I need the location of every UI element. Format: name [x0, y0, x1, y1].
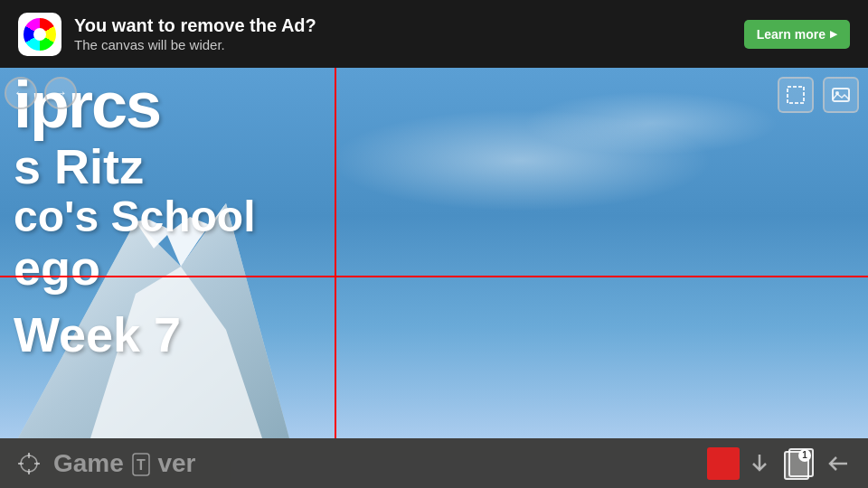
layers-icon: 1 [784, 448, 815, 479]
ad-app-icon [18, 13, 61, 56]
canvas-toolbar-top-right [778, 77, 859, 113]
download-icon [748, 452, 771, 475]
redo-button[interactable]: → [44, 77, 77, 109]
crosshair-vertical [335, 68, 336, 438]
image-tool-button[interactable] [823, 77, 859, 113]
layer-card-front: 1 [784, 451, 809, 480]
text-week: Week 7 [14, 310, 303, 359]
move-tool-button[interactable] [9, 444, 49, 483]
canvas-toolbar-top-left: ← → [5, 77, 77, 109]
text-ego: ego [14, 243, 303, 292]
color-wheel-icon [24, 18, 56, 51]
learn-more-button[interactable]: Learn more [744, 20, 850, 49]
undo-button[interactable]: ← [5, 77, 37, 109]
back-button[interactable] [819, 444, 859, 483]
download-button[interactable] [740, 444, 779, 483]
svg-marker-15 [36, 462, 40, 465]
svg-marker-14 [18, 462, 22, 465]
svg-rect-4 [788, 87, 804, 103]
image-icon [831, 85, 851, 105]
bottom-toolbar: Game T ver 1 [0, 438, 868, 488]
text-tool-icon: T [131, 452, 151, 477]
canvas-text-overlay: iprcs s Ritz co's School ego Week 7 [0, 68, 316, 438]
svg-marker-12 [27, 453, 31, 456]
layer-count: 1 [798, 449, 811, 462]
text-school: co's School [14, 195, 303, 239]
color-picker-button[interactable] [707, 447, 740, 480]
canvas-area: iprcs s Ritz co's School ego Week 7 ← → [0, 68, 868, 438]
ad-subtitle: The canvas will be wider. [74, 36, 731, 54]
ad-banner: You want to remove the Ad? The canvas wi… [0, 0, 868, 68]
ad-title: You want to remove the Ad? [74, 14, 731, 36]
game-over-text: Game T ver [49, 449, 707, 478]
layers-button[interactable]: 1 [779, 444, 819, 483]
undo-icon: ← [14, 85, 28, 101]
move-icon [16, 451, 42, 476]
back-icon [827, 452, 851, 475]
svg-rect-5 [833, 89, 849, 101]
redo-icon: → [53, 85, 68, 101]
svg-marker-13 [27, 471, 31, 474]
ad-text-block: You want to remove the Ad? The canvas wi… [74, 14, 731, 54]
svg-text:T: T [137, 457, 146, 473]
selection-tool-button[interactable] [778, 77, 814, 113]
text-ritz: s Ritz [14, 142, 303, 191]
selection-icon [786, 85, 806, 105]
crosshair-horizontal [0, 276, 868, 277]
game-over-label: Game T ver [53, 449, 195, 477]
